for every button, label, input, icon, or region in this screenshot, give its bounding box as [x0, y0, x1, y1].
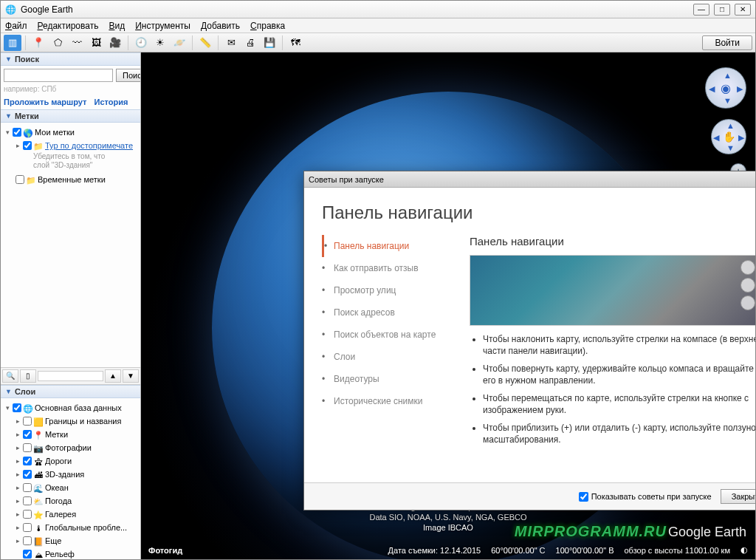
expand-icon[interactable]: ▸ — [14, 415, 21, 427]
layer-check[interactable] — [23, 443, 32, 452]
menu-view[interactable]: Вид — [109, 21, 125, 31]
dialog-nav-item[interactable]: Панель навигации — [322, 235, 455, 257]
layer-label[interactable]: Дороги — [45, 455, 72, 467]
layer-check[interactable] — [23, 430, 32, 439]
maximize-button[interactable]: □ — [714, 4, 730, 16]
dialog-close-button[interactable]: Закрыть — [721, 489, 755, 504]
layer-label[interactable]: Погода — [45, 495, 72, 507]
search-input[interactable] — [4, 69, 113, 82]
image-overlay-icon[interactable]: 🖼 — [87, 35, 105, 51]
layer-check[interactable] — [23, 536, 32, 545]
layer-label[interactable]: Рельеф — [45, 548, 75, 560]
show-tips-checkbox-label[interactable]: Показывать советы при запуске — [579, 492, 712, 502]
layers-root[interactable]: ▾ 🌐 Основная база данных — [4, 401, 137, 414]
dialog-nav-item[interactable]: Исторические снимки — [322, 390, 455, 412]
layer-check[interactable] — [23, 550, 32, 559]
layer-item[interactable]: ▸📍Метки — [4, 428, 137, 441]
places-view-icon[interactable]: ▯ — [20, 369, 36, 383]
menu-add[interactable]: Добавить — [201, 21, 240, 31]
expand-icon[interactable] — [14, 548, 21, 560]
path-icon[interactable]: 〰 — [68, 35, 86, 51]
places-root-check[interactable] — [13, 128, 21, 137]
places-temp[interactable]: 📁 Временные метки — [4, 173, 137, 186]
route-link[interactable]: Проложить маршрут — [4, 98, 86, 106]
layer-label[interactable]: Океан — [45, 482, 69, 494]
places-panel-header[interactable]: Метки — [1, 109, 140, 123]
polygon-icon[interactable]: ⬠ — [49, 35, 66, 51]
collapse-icon[interactable]: ▾ — [4, 126, 11, 138]
photogid-label[interactable]: Фотогид — [148, 546, 182, 555]
nav-compass[interactable]: ◉ ▲ ▼ ◀ ▶ — [705, 67, 746, 109]
move-down-icon[interactable]: ▼ — [123, 369, 139, 383]
dialog-nav-item[interactable]: Видеотуры — [322, 368, 455, 390]
search-button[interactable]: Поиск — [116, 69, 141, 82]
layer-item[interactable]: ▸⭐Галерея — [4, 508, 137, 521]
collapse-icon[interactable]: ▾ — [4, 402, 11, 414]
login-button[interactable]: Войти — [702, 35, 752, 50]
dialog-nav-item[interactable]: Просмотр улиц — [322, 279, 455, 301]
expand-icon[interactable]: ▸ — [14, 140, 21, 151]
layer-item[interactable]: ▸🌊Океан — [4, 481, 137, 494]
places-root[interactable]: ▾ 🌎 Мои метки — [4, 126, 137, 139]
layer-check[interactable] — [23, 457, 32, 465]
map-viewport[interactable]: ◉ ▲ ▼ ◀ ▶ ✋ ▲ ▼ ◀ ▶ + − Image Landsat / … — [141, 52, 755, 559]
search-panel-header[interactable]: Поиск — [1, 52, 140, 66]
layer-label[interactable]: Глобальные пробле... — [45, 522, 127, 533]
expand-icon[interactable]: ▸ — [14, 522, 21, 533]
layer-label[interactable]: Фотографии — [45, 442, 92, 454]
close-button[interactable]: ✕ — [735, 4, 751, 16]
print-icon[interactable]: 🖨 — [241, 35, 259, 51]
menu-file[interactable]: Файл — [5, 21, 27, 31]
layer-label[interactable]: Галерея — [45, 508, 76, 520]
view-maps-icon[interactable]: 🗺 — [286, 35, 304, 51]
places-tour[interactable]: ▸ 📁 Тур по достопримечате — [4, 139, 137, 152]
layer-check[interactable] — [23, 470, 32, 479]
layer-check[interactable] — [23, 496, 32, 505]
layer-check[interactable] — [23, 510, 32, 519]
places-temp-check[interactable] — [16, 175, 24, 184]
dialog-titlebar[interactable]: Советы при запуске ✕ — [304, 171, 755, 188]
layers-root-check[interactable] — [13, 403, 21, 412]
layer-item[interactable]: ⛰Рельеф — [4, 547, 137, 560]
expand-icon[interactable]: ▸ — [14, 482, 21, 494]
record-tour-icon[interactable]: 🎥 — [106, 35, 124, 51]
expand-icon[interactable]: ▸ — [14, 468, 21, 480]
dialog-nav-item[interactable]: Слои — [322, 346, 455, 368]
save-image-icon[interactable]: 💾 — [261, 35, 278, 51]
layer-check[interactable] — [23, 417, 32, 426]
expand-icon[interactable]: ▸ — [14, 442, 21, 454]
layer-item[interactable]: ▸🛣Дороги — [4, 454, 137, 468]
layer-item[interactable]: ▸⛅Погода — [4, 494, 137, 508]
show-tips-checkbox[interactable] — [579, 492, 588, 502]
expand-icon[interactable]: ▸ — [14, 428, 21, 440]
layer-label[interactable]: Границы и названия — [45, 415, 121, 427]
layer-check[interactable] — [23, 483, 32, 492]
layer-item[interactable]: ▸🌡Глобальные пробле... — [4, 521, 137, 534]
dialog-nav-item[interactable]: Поиск адресов — [322, 301, 455, 324]
menu-edit[interactable]: Редактировать — [38, 21, 99, 31]
ruler-icon[interactable]: 📏 — [196, 35, 214, 51]
opacity-slider[interactable] — [38, 371, 103, 381]
dialog-nav-item[interactable]: Как отправить отзыв — [322, 257, 455, 279]
layers-panel-header[interactable]: Слои — [1, 385, 140, 398]
expand-icon[interactable]: ▸ — [14, 508, 21, 520]
menu-tools[interactable]: Инструменты — [135, 21, 190, 31]
layer-label[interactable]: Метки — [45, 428, 68, 440]
sidebar-toggle-icon[interactable]: ▥ — [4, 35, 21, 51]
email-icon[interactable]: ✉ — [222, 35, 240, 51]
layer-label[interactable]: Еще — [45, 535, 61, 547]
sunlight-icon[interactable]: ☀ — [151, 35, 169, 51]
search-places-icon[interactable]: 🔍 — [2, 369, 18, 383]
expand-icon[interactable]: ▸ — [14, 535, 21, 547]
history-link[interactable]: История — [94, 98, 128, 106]
layer-check[interactable] — [23, 523, 32, 532]
layer-item[interactable]: ▸📷Фотографии — [4, 441, 137, 454]
layer-item[interactable]: ▸🟨Границы и названия — [4, 414, 137, 428]
history-icon[interactable]: 🕘 — [132, 35, 150, 51]
menu-help[interactable]: Справка — [250, 21, 285, 31]
layer-item[interactable]: ▸🏙3D-здания — [4, 468, 137, 481]
planet-icon[interactable]: 🪐 — [171, 35, 188, 51]
placemark-icon[interactable]: 📍 — [30, 35, 47, 51]
minimize-button[interactable]: — — [693, 4, 709, 16]
layer-item[interactable]: ▸📙Еще — [4, 534, 137, 547]
